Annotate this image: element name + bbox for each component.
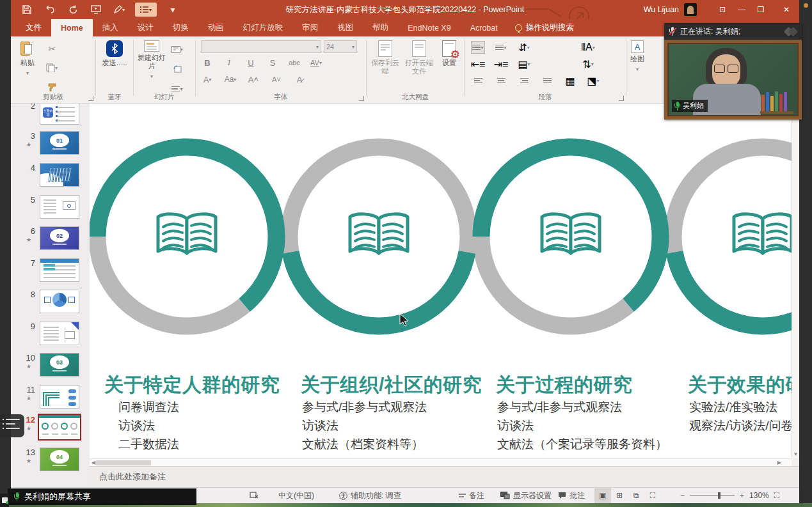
zoom-slider-thumb[interactable] (718, 492, 720, 499)
shrink-font-button[interactable]: A˅ (269, 72, 284, 86)
convert-smartart-button[interactable]: ⬔▾ (586, 74, 600, 87)
change-case-button[interactable]: Aa▾ (223, 72, 238, 86)
screen-share-pill[interactable]: 吴利娟的屏幕共享 (8, 488, 196, 505)
copy-icon[interactable]: ▾ (44, 61, 60, 75)
redo-icon[interactable] (66, 3, 80, 17)
reading-view-button[interactable]: ⧉ (628, 488, 644, 503)
thumbnail-row-13[interactable]: 13★04 (11, 448, 90, 476)
reset-slide-icon[interactable] (170, 62, 185, 76)
display-settings-button[interactable]: 显示器设置 (500, 488, 552, 503)
slide-column-item[interactable]: 文献法（个案记录等服务资料） (497, 436, 667, 453)
font-color-button[interactable]: A▾ (200, 72, 215, 86)
notes-toggle-button[interactable]: 备注 (459, 488, 484, 503)
clear-formatting-icon[interactable]: A̷ (292, 72, 307, 86)
open-cloud-file-button[interactable]: 打开云端文件 (404, 36, 434, 91)
ribbon-display-options-icon[interactable]: ⊡ (716, 0, 729, 19)
minimize-button[interactable]: — (735, 0, 748, 19)
increase-indent-icon[interactable]: ⇥≡ (494, 58, 508, 70)
hscroll-thumb[interactable] (96, 460, 151, 465)
vertical-scrollbar[interactable]: ▲ ▼ (792, 104, 799, 458)
slide-thumbnail[interactable]: 02 (40, 226, 79, 250)
thumbnail-row-4[interactable]: 4 (11, 163, 90, 191)
slide-sorter-view-button[interactable]: ⊞ (611, 488, 628, 503)
tab-切换[interactable]: 切换 (163, 19, 198, 36)
tab-Home[interactable]: Home (51, 19, 93, 36)
layout-icon[interactable]: ▾ (170, 42, 185, 56)
thumbnail-row-8[interactable]: 8 (11, 290, 90, 318)
grow-font-button[interactable]: A˄ (246, 72, 261, 86)
bullet-list-qat-icon[interactable]: ▾ (135, 3, 157, 17)
slide-column-item[interactable]: 实验法/准实验法 (689, 399, 777, 416)
thumbnail-row-3[interactable]: 3★01 (11, 131, 90, 159)
font-size-combobox[interactable]: 24▾ (324, 40, 357, 53)
slide-column-item[interactable]: 参与式/非参与式观察法 (497, 399, 622, 416)
taskbar-app-chip[interactable] (0, 494, 9, 507)
bullets-button[interactable]: ▾ (471, 41, 485, 54)
fit-to-window-button[interactable]: ⛶ (774, 491, 779, 500)
cloud-settings-button[interactable]: ⚙ 设置 (438, 36, 460, 91)
slide-canvas[interactable]: 关于特定人群的研究问卷调查法访谈法二手数据法关于组织/社区的研究参与式/非参与式… (90, 104, 792, 458)
comments-button[interactable]: 批注 (558, 488, 585, 503)
accessibility-indicator[interactable]: 辅助功能: 调查 (339, 488, 401, 503)
decrease-indent-icon[interactable]: ⇤≡ (471, 58, 485, 70)
ink-pen-icon[interactable]: ▾ (112, 3, 126, 17)
slide-column-item[interactable]: 二手数据法 (118, 436, 179, 453)
horizontal-scrollbar[interactable]: ◀ ▶ (90, 458, 792, 466)
thumbnail-row-6[interactable]: 6★02 (11, 226, 90, 254)
slide-thumbnail[interactable]: 04 (40, 448, 79, 471)
new-slide-button[interactable]: 新建幻灯片▾ (134, 36, 170, 91)
slide-column-title[interactable]: 关于过程的研究 (496, 372, 633, 398)
tab-视图[interactable]: 视图 (328, 19, 363, 36)
slide-column-title[interactable]: 关于组织/社区的研究 (301, 372, 482, 398)
presenter-icon[interactable] (250, 488, 259, 503)
close-button[interactable]: ✕ (774, 0, 799, 19)
tab-审阅[interactable]: 审阅 (292, 19, 328, 36)
meeting-video-panel[interactable]: 正在讲话: 吴利娟; 吴利娟 (664, 23, 802, 120)
account-avatar[interactable] (684, 3, 697, 16)
add-remove-columns-button[interactable]: ▤▾ (517, 58, 531, 70)
slide-column-title[interactable]: 关于特定人群的研究 (104, 372, 280, 398)
justify-icon[interactable] (540, 74, 554, 87)
slide-thumbnail[interactable]: 03 (40, 353, 79, 377)
zoom-out-button[interactable]: − (680, 491, 685, 500)
account-area[interactable]: Wu Lijuan (644, 0, 697, 19)
text-direction-button[interactable]: ⫴A▾ (581, 41, 595, 54)
text-shadow-button[interactable]: S (265, 56, 280, 70)
slide-column-item[interactable]: 访谈法 (497, 417, 534, 434)
slide-thumbnail[interactable] (40, 290, 79, 313)
slide-thumbnail[interactable]: 主要内容 (40, 104, 79, 125)
hscroll-left-arrow[interactable]: ◀ (92, 460, 95, 465)
slide-column-item[interactable]: 访谈法 (118, 417, 155, 434)
paragraph-dialog-launcher[interactable] (619, 96, 624, 101)
customize-qat-icon[interactable]: ▾ (166, 3, 180, 17)
strikethrough-button[interactable]: abc (287, 56, 302, 70)
align-text-button[interactable]: ⇅▾ (581, 58, 595, 70)
numbering-button[interactable]: ▾ (494, 41, 508, 54)
align-center-icon[interactable] (494, 74, 508, 87)
tab-插入[interactable]: 插入 (93, 19, 128, 36)
slide-column-item[interactable]: 文献法（档案资料等） (302, 436, 424, 453)
save-to-cloud-button[interactable]: 保存到云端 (370, 36, 400, 91)
slide-column-item[interactable]: 问卷调查法 (118, 399, 179, 416)
slide-thumbnail[interactable]: 01 (40, 131, 79, 155)
format-painter-icon[interactable] (44, 80, 60, 94)
bold-button[interactable]: B (200, 56, 215, 70)
tab-帮助[interactable]: 帮助 (363, 19, 398, 36)
tab-Acrobat[interactable]: Acrobat (461, 19, 507, 36)
thumbnail-row-7[interactable]: 7 (11, 258, 90, 286)
hscroll-right-arrow[interactable]: ▶ (777, 460, 781, 465)
paste-button[interactable]: 粘贴▾ (11, 36, 44, 91)
slide-thumbnail[interactable] (40, 195, 79, 219)
notes-pane[interactable]: 点击此处添加备注 (90, 466, 799, 487)
slide-thumbnail[interactable] (38, 414, 81, 441)
slide-thumbnail[interactable] (40, 258, 79, 282)
cut-icon[interactable]: ✂ (44, 42, 60, 56)
character-spacing-button[interactable]: AV▾ (308, 56, 324, 70)
language-indicator[interactable]: 中文(中国) (278, 488, 314, 503)
floating-toolbar-handle[interactable] (0, 414, 24, 437)
tab-文件[interactable]: 文件 (16, 19, 51, 36)
slide-column-title[interactable]: 关于效果的研究 (688, 372, 792, 398)
save-icon[interactable] (20, 3, 34, 17)
zoom-level[interactable]: 130% (749, 491, 769, 500)
bluetooth-send-button[interactable]: 发送….. (96, 36, 133, 91)
